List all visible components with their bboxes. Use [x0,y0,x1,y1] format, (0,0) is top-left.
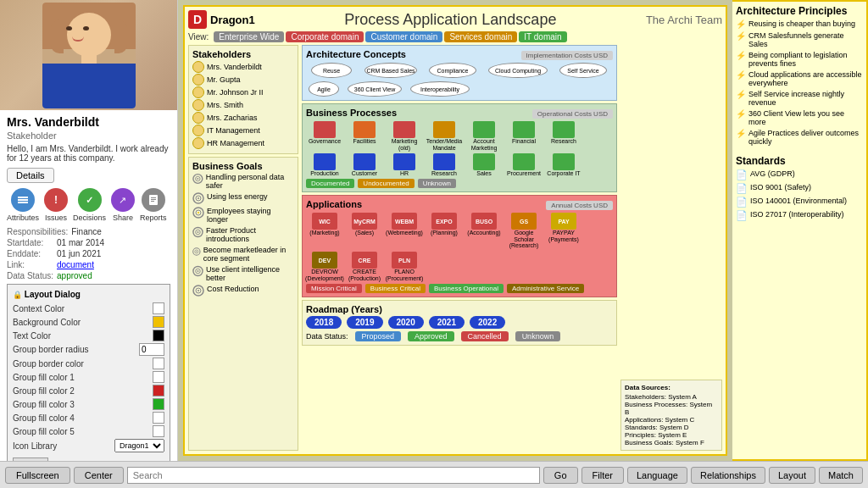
principle-icon-1: ⚡ [736,19,746,29]
fill3-row: Group fill color 3 [13,398,164,410]
standard-3: 📄 ISO 140001 (Environmental) [736,197,863,208]
fill3-swatch[interactable] [153,398,164,410]
app-mycrm: MyCRM (Sales) [346,213,383,249]
right-panel: Architecture Principles ⚡ Reusing is che… [732,0,868,461]
goal-2: Using less energy [192,192,294,204]
principle-icon-4: ⚡ [736,70,746,80]
roadmap-title: Roadmap (Years) [306,304,613,314]
profile-desc: Hello, I am Mrs. Vanderbildt. I work alr… [7,144,170,163]
link-val[interactable]: document [57,260,94,269]
datastatus-val: approved [57,271,92,280]
principle-icon-2: ⚡ [736,31,746,41]
standard-icon-3: 📄 [736,197,748,208]
view-tab-customer[interactable]: Customer domain [365,31,442,42]
view-tab-corporate[interactable]: Corporate domain [286,31,364,42]
details-button[interactable]: Details [7,168,54,183]
stakeholders-title: Stakeholders [192,49,294,59]
issues-label: Issues [45,214,67,222]
app-wic: WIC (Marketing) [306,213,343,249]
view-tab-services[interactable]: Services domain [444,31,517,42]
share-icon-btn[interactable]: ↗ Share [111,188,135,222]
arch-principles-section: Architecture Principles ⚡ Reusing is che… [736,5,863,148]
standard-icon-4: 📄 [736,210,748,221]
responsibilities-val: Finance [71,227,102,236]
icon-library-select[interactable]: Dragon1 [114,439,164,452]
svg-text:✓: ✓ [86,195,93,205]
app-legend-operational: Business Operational [429,284,504,293]
language-button[interactable]: Language [627,467,687,484]
action-icons: Attributes ! Issues ✓ Decisions ↗ [7,188,170,222]
year-2021: 2021 [429,316,465,329]
bg-color-row: Background Color [13,316,164,328]
stakeholder-6: IT Management [192,125,294,136]
view-label: View: [188,32,209,42]
filter-button[interactable]: Filter [581,467,624,484]
center-button[interactable]: Center [74,467,124,484]
standard-2: 📄 ISO 9001 (Safety) [736,183,863,194]
left-panel: Mrs. Vanderbildt Stakeholder Hello, I am… [0,0,178,461]
view-tab-enterprise[interactable]: Enterprise Wide [214,31,284,42]
app-paypay: PAY PAYPAY (Payments) [545,213,582,249]
app-devrow: DEV DEVROW (Development) [306,252,343,281]
border-color-swatch[interactable] [153,358,164,369]
landscape-content: Stakeholders Mrs. Vanderbildt Mr. Gupta [188,45,722,451]
relationships-button[interactable]: Relationships [691,467,765,484]
app-webm: WEBM (Webmeeting) [386,213,423,249]
decisions-icon-btn[interactable]: ✓ Decisions [73,188,106,222]
search-input[interactable] [127,467,540,484]
roadmap-years: 2018 2019 2020 2021 2022 [306,316,613,329]
stakeholder-3: Mr. Johnson Jr II [192,86,294,98]
dragon1-d-icon: D [188,10,207,29]
standard-icon-2: 📄 [736,183,748,194]
svg-text:↗: ↗ [119,195,126,205]
stakeholder-5: Mrs. Zacharias [192,112,294,124]
fill2-swatch[interactable] [153,385,164,396]
context-color-swatch[interactable] [153,302,164,314]
text-color-swatch[interactable] [153,330,164,341]
proc-legend-unknown: Unknown [418,179,456,188]
arch-principles-list: ⚡ Reusing is cheaper than buying ⚡ CRM S… [736,19,863,146]
fill4-swatch[interactable] [153,412,164,424]
reports-icon-btn[interactable]: Reports [140,188,167,222]
reports-label: Reports [140,214,167,222]
bg-color-swatch[interactable] [153,316,164,328]
proc-marketing-old: Marketing (old) [386,121,423,151]
layout-button[interactable]: Layout [769,467,815,484]
svg-point-21 [198,231,199,233]
view-tab-it[interactable]: IT domain [519,31,566,42]
goal-7: Cost Reduction [192,285,294,297]
startdate-row: Startdate: 01 mar 2014 [7,238,170,247]
proc-hr: HR [386,153,423,177]
fullscreen-button[interactable]: Fullscreen [5,467,70,484]
text-color-row: Text Color [13,330,164,341]
enddate-val: 01 jun 2021 [57,249,101,258]
go-button[interactable]: Go [543,467,578,484]
applications-section: Applications Annual Costs USD WIC (Marke… [302,195,617,297]
link-label: Link: [7,260,53,269]
concept-interop: Interoperability [408,81,472,97]
concept-crm: CRM Based Sales [360,63,421,78]
goal-icon-5 [192,246,201,258]
svg-point-12 [197,178,198,180]
proc-procurement: Procurement [505,153,542,177]
icon-library-row: Icon Library Dragon1 [13,439,164,452]
stakeholder-1: Mrs. Vanderbildt [192,61,294,73]
status-proposed: Proposed [355,331,402,341]
year-2020: 2020 [388,316,424,329]
year-2018: 2018 [306,316,342,329]
concept-reuse: Reuse [306,63,357,78]
share-label: Share [113,214,133,222]
goal-4: Faster Product introductions [192,226,294,243]
arch-principles-title: Architecture Principles [736,5,863,17]
issues-icon-btn[interactable]: ! Issues [44,188,68,222]
border-radius-input[interactable] [139,343,164,356]
goal-icon-6 [192,265,203,277]
fill5-swatch[interactable] [153,425,164,437]
attributes-icon-btn[interactable]: Attributes [7,188,39,222]
match-button[interactable]: Match [819,467,863,484]
decisions-label: Decisions [73,214,106,222]
year-2022: 2022 [470,316,505,329]
fill1-swatch[interactable] [153,371,164,383]
standard-4: 📄 ISO 27017 (Interoperability) [736,210,863,221]
bottom-right-buttons: Language Relationships Layout Match [627,467,863,484]
